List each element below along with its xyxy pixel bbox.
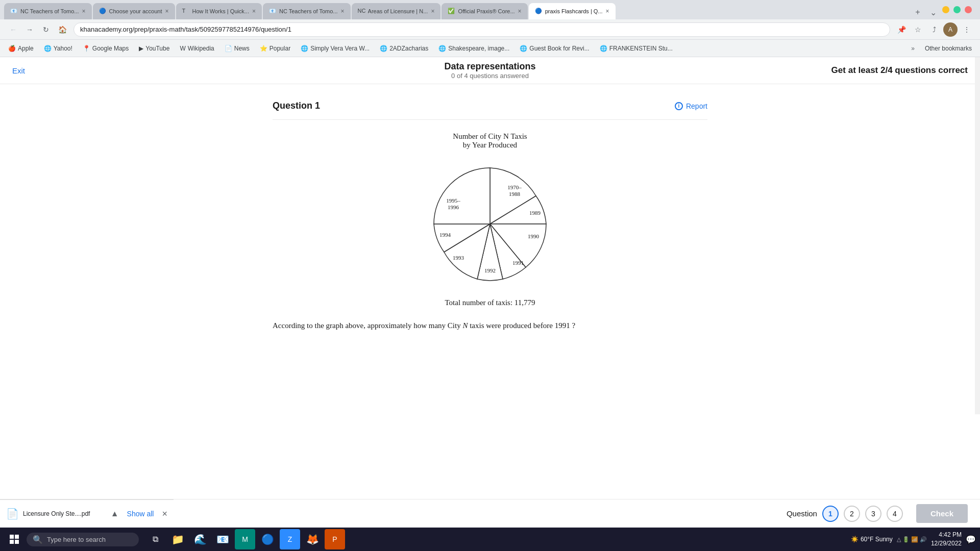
bookmark-8[interactable]: 🌐2ADZacharias [376,44,432,53]
bookmark-0[interactable]: 🍎Apple [4,44,38,53]
notification-button[interactable]: 💬 [966,535,976,544]
star-button[interactable]: ☆ [911,22,925,37]
tab-2[interactable]: 🔵Choose your account× [93,3,175,19]
taskbar-app-files[interactable]: 📁 [167,529,188,549]
tab-title-1: NC Teachers of Tomo... [20,8,79,14]
bookmark-6[interactable]: ⭐Popular [256,44,295,53]
bookmark-9[interactable]: 🌐Shakespeare, image... [434,44,513,53]
bookmark-4[interactable]: WWikipedia [176,44,218,53]
bookmarks-bar: 🍎Apple🌐Yahoo!📍Google Maps▶YouTubeWWikipe… [0,40,980,57]
check-button[interactable]: Check [916,504,968,523]
tab-favicon-5: NC [358,8,365,15]
tab-overflow-button[interactable]: ⌄ [926,5,940,19]
ka-title-section: Data representations 0 of 4 questions an… [444,61,535,80]
page-title: Data representations [444,61,535,72]
tab-3[interactable]: THow It Works | Quick...× [176,3,262,19]
start-button[interactable] [4,529,24,549]
question-nav-4[interactable]: 4 [887,506,903,522]
profile-button[interactable]: A [943,22,958,37]
svg-rect-10 [10,535,14,539]
bookmark-2[interactable]: 📍Google Maps [79,44,133,53]
taskbar-search-box[interactable]: 🔍 Type here to search [27,533,139,546]
reload-button[interactable]: ↻ [39,22,53,37]
close-button[interactable] [965,6,972,13]
bookmark-10[interactable]: 🌐Guest Book for Revi... [516,44,593,53]
tab-1[interactable]: 📧NC Teachers of Tomo...× [4,3,92,19]
tab-close-1[interactable]: × [82,8,86,15]
nav-buttons: ← → ↻ 🏠 [6,22,69,37]
svg-rect-12 [10,540,14,544]
download-close-button[interactable]: × [162,509,167,519]
taskbar-apps: ⧉ 📁 🌊 📧 M 🔵 Z 🦊 P [145,529,345,549]
tab-4[interactable]: 📧NC Teachers of Tomo...× [263,3,351,19]
tab-5[interactable]: NCAreas of Licensure | N...× [352,3,441,19]
question-nav-1[interactable]: 1 [822,506,839,522]
bookmark-5[interactable]: 📄News [220,44,254,53]
extension-button[interactable]: 📌 [894,22,909,37]
back-button[interactable]: ← [6,22,20,37]
bookmark-icon-11: 🌐 [600,45,607,52]
question-number: Question 1 [273,101,320,111]
tab-close-4[interactable]: × [341,8,345,15]
bookmark-1[interactable]: 🌐Yahoo! [40,44,77,53]
svg-text:1996: 1996 [448,204,459,210]
taskbar-time-text: 4:42 PM [931,531,962,539]
taskbar-app-firefox[interactable]: 🦊 [302,529,323,549]
tab-close-2[interactable]: × [165,8,169,15]
bookmark-icon-0: 🍎 [8,45,16,52]
scroll-indicator[interactable] [975,57,980,414]
share-button[interactable]: ⤴ [927,22,941,37]
more-options-button[interactable]: ⋮ [960,22,974,37]
taskbar-app-meet[interactable]: M [235,529,255,549]
tab-close-6[interactable]: × [518,8,522,15]
tab-favicon-6: ✅ [448,8,455,15]
address-input[interactable] [74,22,890,37]
taskbar-app-mail[interactable]: 📧 [212,529,233,549]
score-label: Get at least 2/4 questions correct [831,65,968,76]
bookmarks-more[interactable]: » [907,44,919,53]
tab-6[interactable]: ✅Official Praxis® Core...× [442,3,527,19]
tab-favicon-3: T [182,8,189,15]
question-nav-2[interactable]: 2 [844,506,860,522]
new-tab-button[interactable]: + [911,5,925,19]
report-button[interactable]: i Report [675,102,707,110]
tab-7[interactable]: 🔵praxis Flashcards | Q...× [529,3,616,19]
minimize-button[interactable] [942,6,949,13]
taskbar-app-chrome[interactable]: 🔵 [257,529,278,549]
taskbar-app-edge[interactable]: 🌊 [190,529,210,549]
tab-close-5[interactable]: × [431,8,434,15]
bookmark-3[interactable]: ▶YouTube [135,44,174,53]
home-button[interactable]: 🏠 [55,22,69,37]
svg-rect-11 [15,535,19,539]
question-italic-n: N [462,321,468,330]
bookmark-icon-4: W [180,45,185,52]
bookmark-label-2: Google Maps [92,45,129,52]
maximize-button[interactable] [953,6,961,13]
bookmark-other[interactable]: Other bookmarks [921,44,976,53]
tab-favicon-1: 📧 [10,8,17,15]
bookmark-11[interactable]: 🌐FRANKENSTEIN Stu... [596,44,677,53]
tab-close-7[interactable]: × [606,8,609,15]
question-text: According to the graph above, approximat… [273,319,707,332]
bookmark-icon-8: 🌐 [380,45,387,52]
svg-text:1991: 1991 [512,260,524,266]
tab-close-3[interactable]: × [252,8,256,15]
svg-text:1992: 1992 [484,267,496,273]
taskbar-datetime[interactable]: 4:42 PM 12/29/2022 [931,531,962,548]
taskbar-system: ☀️ 60°F Sunny △ 🔋 📶 🔊 4:42 PM 12/29/2022… [851,531,976,548]
download-expand[interactable]: ▲ [111,509,119,518]
taskbar-app-zoom[interactable]: Z [280,529,300,549]
bookmark-7[interactable]: 🌐Simply Vera Vera W... [297,44,374,53]
tab-title-7: praxis Flashcards | Q... [545,8,603,14]
taskbar-app-powerpoint[interactable]: P [325,529,345,549]
taskbar-app-task-view[interactable]: ⧉ [145,529,165,549]
question-nav-3[interactable]: 3 [865,506,881,522]
taskbar-weather[interactable]: ☀️ 60°F Sunny [851,536,893,543]
show-all-button[interactable]: Show all [123,508,158,520]
exit-button[interactable]: Exit [12,66,25,75]
taskbar-date-text: 12/29/2022 [931,539,962,548]
forward-button[interactable]: → [22,22,37,37]
question-text-part2: taxis were produced before 1991 ? [468,321,575,330]
svg-text:1990: 1990 [528,233,540,239]
report-label: Report [686,102,707,110]
